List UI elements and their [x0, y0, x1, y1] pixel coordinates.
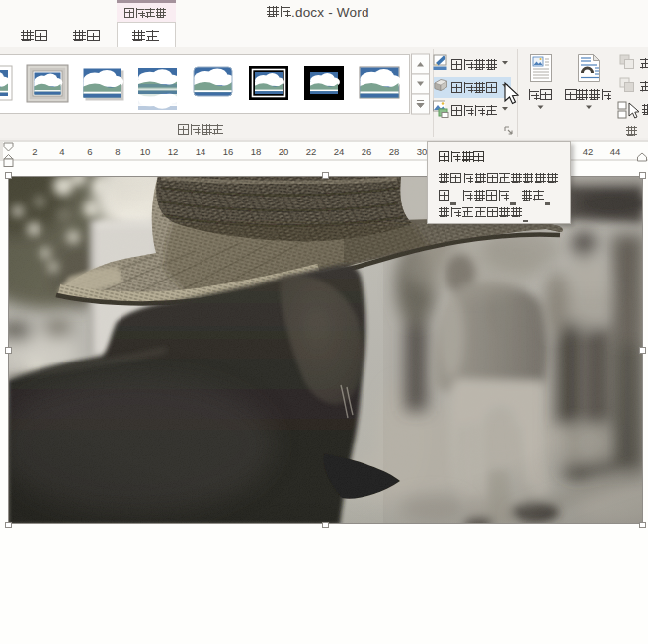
svg-text:24: 24 [334, 146, 345, 157]
svg-text:10: 10 [140, 146, 151, 157]
svg-text:14: 14 [196, 146, 206, 157]
svg-text:26: 26 [362, 146, 372, 157]
svg-text:44: 44 [610, 146, 621, 157]
svg-text:42: 42 [583, 146, 594, 157]
svg-text:30: 30 [417, 146, 428, 157]
svg-text:4: 4 [59, 146, 64, 157]
svg-text:20: 20 [279, 146, 289, 157]
svg-text:8: 8 [115, 146, 120, 157]
svg-text:22: 22 [306, 146, 317, 157]
svg-text:16: 16 [223, 146, 234, 157]
svg-text:28: 28 [389, 146, 400, 157]
svg-text:2: 2 [32, 146, 37, 157]
svg-text:18: 18 [251, 146, 262, 157]
svg-text:12: 12 [168, 146, 179, 157]
svg-text:6: 6 [87, 146, 92, 157]
